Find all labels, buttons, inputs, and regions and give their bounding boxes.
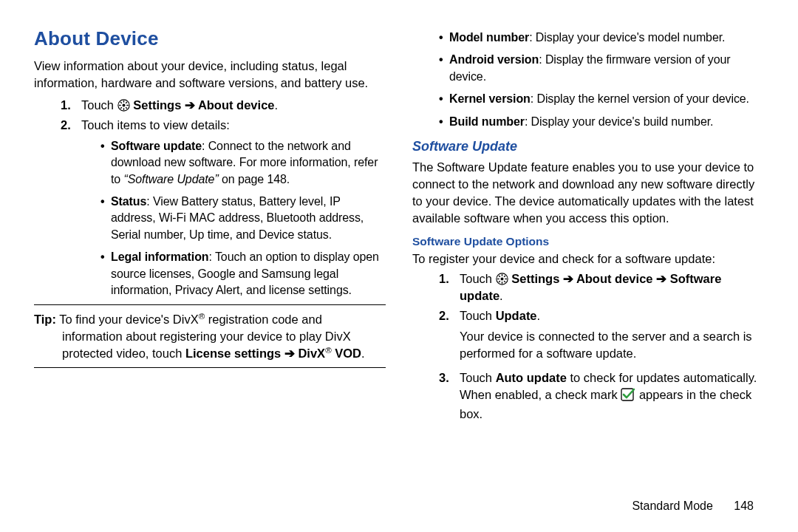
tip-license: License settings bbox=[185, 347, 284, 360]
tip-a: To find your device's DivX bbox=[56, 313, 199, 326]
bullet-title: Legal information bbox=[111, 250, 209, 263]
bullet-title: Build number bbox=[449, 115, 525, 128]
bullet-android-version: Android version: Display the firmware ve… bbox=[439, 52, 764, 85]
bullet-build-number: Build number: Display your device's buil… bbox=[439, 114, 764, 130]
options-lead: To register your device and check for a … bbox=[412, 250, 764, 267]
step-1: 1. Touch Settings ➔ About device. bbox=[61, 97, 386, 114]
bullet-legal-information: Legal information: Touch an option to di… bbox=[100, 249, 386, 299]
bullet-title: Model number bbox=[449, 31, 529, 44]
bullet-title: Android version bbox=[449, 53, 539, 66]
svg-line-7 bbox=[126, 107, 127, 109]
su3-auto: Auto update bbox=[496, 371, 567, 384]
tip-block: Tip: To find your device's DivX® registr… bbox=[34, 311, 386, 362]
bullet-rest: : Display the kernel version of your dev… bbox=[531, 92, 749, 105]
svg-point-11 bbox=[500, 278, 503, 281]
divider bbox=[34, 367, 386, 368]
step1-text-a: Touch bbox=[81, 98, 117, 112]
heading-about-device: About Device bbox=[34, 25, 386, 52]
su1-settings: Settings bbox=[511, 272, 563, 285]
step1-settings-label: Settings bbox=[133, 98, 185, 112]
su-step-2: 2. Touch Update. Your device is connecte… bbox=[439, 307, 764, 361]
svg-point-1 bbox=[122, 103, 125, 106]
su1-a: Touch bbox=[460, 272, 496, 285]
su2-a: Touch bbox=[460, 309, 496, 322]
step2-text: Touch items to view details: bbox=[81, 118, 230, 132]
software-update-intro: The Software Update feature enables you … bbox=[412, 159, 764, 227]
su2-desc: Your device is connected to the server a… bbox=[460, 328, 764, 362]
svg-line-17 bbox=[504, 281, 505, 282]
arrow-icon: ➔ bbox=[563, 272, 573, 285]
bullet-title: Status bbox=[111, 195, 146, 208]
step1-about-label: About device bbox=[195, 98, 275, 112]
arrow-icon: ➔ bbox=[284, 347, 295, 360]
svg-line-16 bbox=[499, 276, 500, 277]
heading-software-update: Software Update bbox=[412, 137, 764, 156]
su-step-3: 3. Touch Auto update to check for update… bbox=[439, 369, 764, 423]
su1-about: About device bbox=[573, 272, 656, 285]
arrow-icon: ➔ bbox=[656, 272, 666, 285]
tip-divx: DivX bbox=[295, 347, 325, 360]
right-top-bullets: Model number: Display your device's mode… bbox=[439, 30, 764, 130]
svg-line-8 bbox=[126, 102, 127, 103]
gear-icon bbox=[117, 99, 130, 112]
left-column: About Device View information about your… bbox=[34, 25, 386, 517]
bullet-model-number: Model number: Display your device's mode… bbox=[439, 30, 764, 46]
su3-a: Touch bbox=[460, 371, 496, 384]
su2-period: . bbox=[537, 309, 541, 322]
svg-line-6 bbox=[120, 102, 122, 103]
bullet-title: Kernel version bbox=[449, 92, 531, 105]
footer-mode: Standard Mode bbox=[632, 499, 712, 512]
su1-period: . bbox=[499, 289, 503, 302]
checkmark-icon bbox=[621, 388, 635, 406]
bullet-rest: : Display your device's model number. bbox=[529, 31, 725, 44]
tip-vod: VOD bbox=[332, 347, 361, 360]
tip-label: Tip: bbox=[34, 313, 56, 326]
bullet-software-update: Software update: Connect to the network … bbox=[100, 138, 386, 188]
arrow-icon: ➔ bbox=[185, 98, 195, 112]
reg-mark: ® bbox=[325, 346, 332, 355]
bullet-status: Status: View Battery status, Battery lev… bbox=[100, 194, 386, 243]
heading-software-update-options: Software Update Options bbox=[412, 233, 764, 250]
bullet-kernel-version: Kernel version: Display the kernel versi… bbox=[439, 91, 764, 107]
page-footer: Standard Mode 148 bbox=[632, 499, 754, 513]
reg-mark: ® bbox=[199, 312, 205, 321]
su2-update: Update bbox=[496, 309, 537, 322]
svg-line-19 bbox=[499, 281, 500, 282]
bullet-rest: : View Battery status, Battery level, IP… bbox=[111, 195, 364, 241]
divider bbox=[34, 304, 386, 305]
bullet-tail: on page 148. bbox=[219, 173, 290, 185]
bullet-title: Software update bbox=[111, 140, 202, 152]
footer-page-number: 148 bbox=[734, 499, 754, 512]
about-device-steps: 1. Touch Settings ➔ About device. 2. Tou… bbox=[61, 97, 386, 299]
svg-line-18 bbox=[504, 276, 505, 277]
su-step-1: 1. Touch Settings ➔ About device ➔ Softw… bbox=[439, 270, 764, 304]
step-2: 2. Touch items to view details: Software… bbox=[61, 117, 386, 299]
bullet-ref: “Software Update” bbox=[124, 173, 219, 185]
detail-bullets: Software update: Connect to the network … bbox=[100, 138, 386, 299]
intro-paragraph: View information about your device, incl… bbox=[34, 58, 386, 92]
step1-period: . bbox=[274, 98, 278, 112]
gear-icon bbox=[496, 273, 508, 285]
software-update-steps: 1. Touch Settings ➔ About device ➔ Softw… bbox=[439, 270, 764, 423]
right-column: Model number: Display your device's mode… bbox=[412, 25, 764, 517]
svg-line-9 bbox=[120, 107, 122, 109]
tip-period: . bbox=[361, 347, 365, 360]
bullet-rest: : Display your device's build number. bbox=[525, 115, 713, 128]
